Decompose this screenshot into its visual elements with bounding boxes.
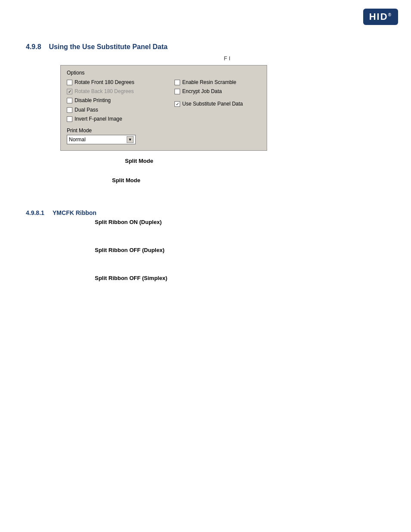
print-mode-label: Print Mode xyxy=(67,128,174,134)
checkbox-dual-pass-label: Dual Pass xyxy=(75,106,98,114)
options-legend: Options xyxy=(67,70,261,76)
checkbox-rotate-back-box xyxy=(67,89,72,94)
checkbox-encrypt-job-label: Encrypt Job Data xyxy=(182,87,222,96)
use-sub-panel-checkbox[interactable] xyxy=(174,101,180,107)
caption-split-ribbon-on: Split Ribbon ON (Duplex) xyxy=(95,219,385,225)
checkbox-invert-fpanel-label: Invert F-panel Image xyxy=(75,115,122,123)
subtitle-line: F I xyxy=(69,55,385,62)
checkbox-dual-pass-box[interactable] xyxy=(67,107,72,113)
checkbox-invert-fpanel-box[interactable] xyxy=(67,116,72,122)
checkbox-rotate-back: Rotate Back 180 Degrees xyxy=(67,87,174,96)
section-title: 4.9.8 Using the Use Substitute Panel Dat… xyxy=(26,43,385,51)
options-panel: Options Rotate Front 180 Degrees Rotate … xyxy=(60,65,267,151)
print-mode-value: Normal xyxy=(69,137,127,143)
options-right: Enable Resin Scramble Encrypt Job Data U… xyxy=(174,78,261,144)
hid-logo: HID® xyxy=(363,9,398,25)
sub-section-title: 4.9.8.1 YMCFK Ribbon xyxy=(26,209,385,216)
print-mode-select[interactable]: Normal ▼ xyxy=(67,135,136,144)
logo-tm: ® xyxy=(388,12,392,17)
use-sub-panel-row[interactable]: Use Substitute Panel Data xyxy=(174,101,261,107)
use-sub-panel-label: Use Substitute Panel Data xyxy=(182,101,243,107)
checkbox-rotate-front[interactable]: Rotate Front 180 Degrees xyxy=(67,78,174,87)
checkbox-rotate-front-box[interactable] xyxy=(67,80,72,85)
checkbox-dual-pass[interactable]: Dual Pass xyxy=(67,106,174,114)
logo-text: HID xyxy=(369,11,388,22)
logo-container: HID® xyxy=(363,9,398,25)
select-arrow-icon[interactable]: ▼ xyxy=(127,136,134,143)
checkbox-disable-printing-box[interactable] xyxy=(67,98,72,103)
checkbox-disable-printing[interactable]: Disable Printing xyxy=(67,96,174,105)
checkbox-rotate-back-label: Rotate Back 180 Degrees xyxy=(75,87,134,96)
checkbox-rotate-front-label: Rotate Front 180 Degrees xyxy=(75,78,134,87)
options-left: Rotate Front 180 Degrees Rotate Back 180… xyxy=(67,78,174,144)
checkbox-invert-fpanel[interactable]: Invert F-panel Image xyxy=(67,115,174,123)
print-mode-section: Print Mode Normal ▼ xyxy=(67,128,174,144)
checkbox-disable-printing-label: Disable Printing xyxy=(75,96,111,105)
page-container: HID® 4.9.8 Using the Use Substitute Pane… xyxy=(0,0,411,532)
checkbox-encrypt-job[interactable]: Encrypt Job Data xyxy=(174,87,261,96)
section-heading: 4.9.8 Using the Use Substitute Panel Dat… xyxy=(26,43,385,51)
sub-section-heading: 4.9.8.1 YMCFK Ribbon xyxy=(26,209,385,216)
caption-split-mode-2: Split Mode xyxy=(112,177,385,184)
caption-split-ribbon-off-simplex: Split Ribbon OFF (Simplex) xyxy=(95,275,385,281)
checkbox-enable-resin-box[interactable] xyxy=(174,80,180,85)
checkbox-enable-resin[interactable]: Enable Resin Scramble xyxy=(174,78,261,87)
caption-split-ribbon-off-duplex: Split Ribbon OFF (Duplex) xyxy=(95,247,385,253)
caption-split-mode-1: Split Mode xyxy=(125,158,385,164)
checkbox-enable-resin-label: Enable Resin Scramble xyxy=(182,78,236,87)
options-content: Rotate Front 180 Degrees Rotate Back 180… xyxy=(67,78,261,144)
checkbox-encrypt-job-box[interactable] xyxy=(174,89,180,94)
